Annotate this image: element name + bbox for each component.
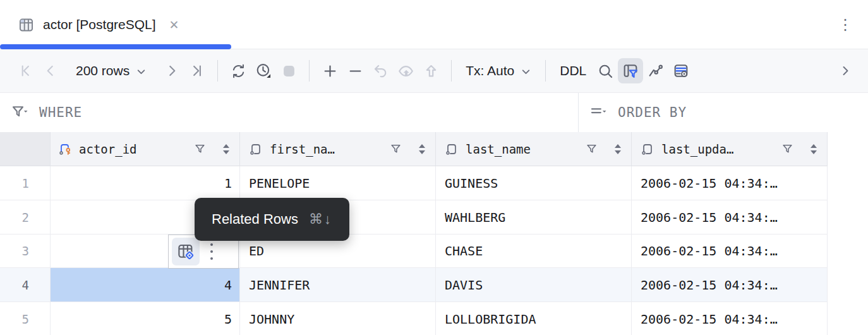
cell-actor-id-selected[interactable]: 4 <box>51 268 240 302</box>
cell-last-name[interactable]: CHASE <box>436 234 632 268</box>
refresh-button[interactable] <box>226 58 251 83</box>
delete-row-button[interactable] <box>342 58 368 83</box>
tab-title: actor [PostgreSQL] <box>43 17 156 32</box>
column-header-last-name[interactable]: last_name <box>436 132 632 166</box>
stop-query-button[interactable] <box>276 58 301 83</box>
column-sort-icon[interactable] <box>615 144 621 154</box>
cell-first-name[interactable]: PENELOPE <box>240 166 436 200</box>
cell-last-update[interactable]: 2006-02-15 04:34:… <box>632 166 828 200</box>
table-row: 3 ED CHASE 2006-02-15 04:34:… <box>0 234 868 268</box>
search-button[interactable] <box>593 58 618 83</box>
cell-last-update[interactable]: 2006-02-15 04:34:… <box>632 234 828 268</box>
cell-last-name[interactable]: DAVIS <box>436 268 632 302</box>
tooltip-shortcut: ⌘↓ <box>309 211 332 228</box>
toolbar-separator <box>545 60 546 82</box>
cell-last-update[interactable]: 2006-02-15 04:34:… <box>632 200 828 234</box>
cell-value: JENNIFER <box>249 277 310 293</box>
preview-changes-button[interactable] <box>393 58 418 83</box>
tab-actor-postgresql[interactable]: actor [PostgreSQL] ✕ <box>0 0 196 49</box>
order-by-lines-icon <box>589 103 608 122</box>
column-header-actor-id[interactable]: actor_id <box>51 132 240 166</box>
page-size-dropdown[interactable]: 200 rows <box>69 63 153 78</box>
row-number-cell[interactable]: 2 <box>0 200 51 234</box>
add-row-button[interactable] <box>317 58 342 83</box>
revert-changes-button[interactable] <box>368 58 393 83</box>
grid-filler <box>828 268 868 302</box>
cell-value: JOHNNY <box>249 312 294 327</box>
column-sort-icon[interactable] <box>811 144 817 154</box>
tab-options-kebab-icon[interactable]: ⋮ <box>838 15 853 34</box>
transaction-mode-dropdown[interactable]: Tx: Auto <box>459 63 538 78</box>
cell-value: 2006-02-15 04:34:… <box>641 243 778 259</box>
where-filter-input[interactable]: WHERE <box>0 93 579 132</box>
column-header-first-name[interactable]: first_na… <box>240 132 436 166</box>
column-sort-icon[interactable] <box>223 144 229 154</box>
data-editor-window: actor [PostgreSQL] ✕ ⋮ 200 rows <box>0 0 868 335</box>
where-label: WHERE <box>39 105 82 120</box>
column-sort-icon[interactable] <box>419 144 425 154</box>
filter-bar: WHERE ORDER BY <box>0 93 868 132</box>
grid-filler <box>828 302 868 335</box>
grid-filler <box>828 234 868 268</box>
row-number-cell[interactable]: 1 <box>0 166 51 200</box>
tooltip-label: Related Rows <box>212 211 298 228</box>
row-number: 3 <box>22 244 29 258</box>
chevron-down-icon <box>521 66 531 77</box>
column-filter-icon[interactable] <box>586 143 598 155</box>
row-number-cell[interactable]: 4 <box>0 268 51 302</box>
cell-value: 2006-02-15 04:34:… <box>641 277 778 293</box>
filter-panel-toggle-button[interactable] <box>618 58 643 83</box>
grid-filler <box>828 166 868 200</box>
toolbar-separator <box>309 60 310 82</box>
related-rows-tooltip: Related Rows ⌘↓ <box>195 198 349 241</box>
column-name: last_name <box>466 142 531 156</box>
submit-changes-button[interactable] <box>418 58 443 83</box>
last-page-button[interactable] <box>184 58 210 83</box>
auto-refresh-clock-button[interactable] <box>251 58 276 83</box>
column-filter-icon[interactable] <box>781 143 793 155</box>
view-options-button[interactable] <box>668 58 694 83</box>
cell-value: LOLLOBRIGIDA <box>445 312 536 327</box>
order-by-input[interactable]: ORDER BY <box>579 93 868 132</box>
row-number-cell[interactable]: 5 <box>0 302 51 335</box>
tab-close-icon[interactable]: ✕ <box>169 18 179 32</box>
cell-last-name[interactable]: GUINESS <box>436 166 632 200</box>
row-number-cell[interactable]: 3 <box>0 234 51 268</box>
cell-first-name[interactable]: JOHNNY <box>240 302 436 335</box>
column-name: actor_id <box>79 142 137 156</box>
cell-last-update[interactable]: 2006-02-15 04:34:… <box>632 302 828 335</box>
table-row-selected: 4 4 JENNIFER DAVIS 2006-02-15 04:34:… <box>0 268 868 302</box>
ddl-button[interactable]: DDL <box>553 63 593 78</box>
cell-menu-kebab-icon[interactable] <box>210 243 213 260</box>
column-filter-icon[interactable] <box>194 143 206 155</box>
cell-actor-id[interactable]: 1 <box>51 166 240 200</box>
chart-view-button[interactable] <box>643 58 668 83</box>
cell-value: CHASE <box>445 243 483 259</box>
column-filter-icon[interactable] <box>390 143 402 155</box>
grid-header-row: actor_id first_na… <box>0 132 868 166</box>
cell-value: ED <box>249 243 264 259</box>
related-rows-button[interactable] <box>172 238 200 265</box>
column-header-last-update[interactable]: last_upda… <box>632 132 828 166</box>
previous-page-button[interactable] <box>38 58 63 83</box>
row-number: 4 <box>22 278 29 292</box>
cell-value: 1 <box>224 176 232 191</box>
cell-first-name[interactable]: JENNIFER <box>240 268 436 302</box>
column-name: last_upda… <box>661 142 733 156</box>
table-row: 2 WAHLBERG 2006-02-15 04:34:… <box>0 200 868 234</box>
cell-last-name[interactable]: LOLLOBRIGIDA <box>436 302 632 335</box>
next-page-button[interactable] <box>159 58 184 83</box>
cell-last-update[interactable]: 2006-02-15 04:34:… <box>632 268 828 302</box>
more-toolbar-chevron-button[interactable] <box>833 58 858 83</box>
cell-actor-id[interactable]: 5 <box>51 302 240 335</box>
first-page-button[interactable] <box>13 58 38 83</box>
grid-filler <box>828 132 868 166</box>
cell-value: GUINESS <box>445 176 498 191</box>
grid-filler <box>828 200 868 234</box>
cell-value: PENELOPE <box>249 176 310 191</box>
cell-last-name[interactable]: WAHLBERG <box>436 200 632 234</box>
row-number: 2 <box>22 210 29 224</box>
ddl-label: DDL <box>560 63 586 78</box>
tab-bar: actor [PostgreSQL] ✕ ⋮ <box>0 0 868 49</box>
cell-value: WAHLBERG <box>445 210 505 225</box>
